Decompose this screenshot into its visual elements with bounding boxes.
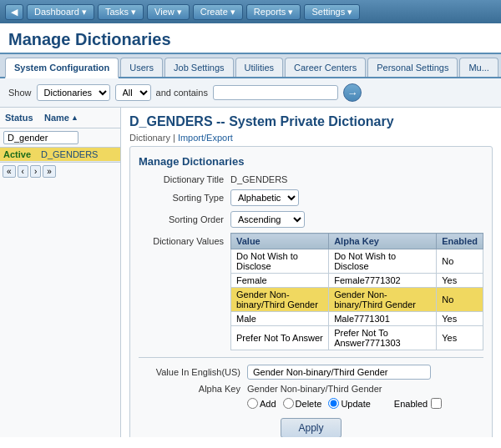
table-row[interactable]: Prefer Not To Answer Prefer Not To Answe…	[231, 326, 483, 350]
col-header-enabled: Enabled	[437, 234, 483, 249]
breadcrumb-import-export[interactable]: Import/Export	[178, 133, 233, 143]
tab-personal-settings[interactable]: Personal Settings	[367, 58, 458, 77]
dict-values-table: Value Alpha Key Enabled Do Not Wish to D…	[230, 233, 483, 350]
page-title: Manage Dictionaries	[0, 23, 501, 54]
dict-values-section: Dictionary Values Value Alpha Key Enable…	[139, 233, 483, 350]
nav-next[interactable]: ›	[30, 165, 41, 178]
filter-bar: Show Dictionaries All All and contains →	[0, 78, 501, 108]
show-select[interactable]: Dictionaries All	[37, 84, 110, 101]
value-english-row: Value In English(US)	[139, 365, 483, 380]
col-header-name: Name ▲	[43, 111, 117, 124]
table-cell-value: Gender Non-binary/Third Gender	[231, 288, 329, 312]
col-header-status: Status	[3, 111, 41, 124]
sorting-type-row: Sorting Type Alphabetic Numeric None	[139, 189, 483, 206]
table-cell-alpha-key: Do Not Wish to Disclose	[329, 249, 437, 274]
and-contains-label: and contains	[156, 88, 208, 98]
nav-first[interactable]: «	[3, 165, 16, 178]
radio-delete[interactable]: Delete	[283, 398, 322, 409]
filter-all-select[interactable]: All	[115, 84, 151, 101]
show-label: Show	[8, 88, 32, 98]
tab-utilities[interactable]: Utilities	[235, 58, 283, 77]
nav-reports[interactable]: Reports ▾	[246, 4, 301, 20]
table-cell-enabled: No	[437, 288, 483, 312]
dict-title-label: Dictionary Title	[139, 174, 230, 184]
tab-career-centers[interactable]: Career Centers	[285, 58, 366, 77]
main-content: Status Name ▲ Active D_GENDERS « ‹ › » D…	[0, 108, 501, 437]
sort-arrow-icon: ▲	[71, 113, 78, 122]
nav-create[interactable]: Create ▾	[193, 4, 243, 20]
table-row[interactable]: Do Not Wish to Disclose Do Not Wish to D…	[231, 249, 483, 274]
table-cell-value: Do Not Wish to Disclose	[231, 249, 329, 274]
tab-job-settings[interactable]: Job Settings	[164, 58, 234, 77]
value-english-label: Value In English(US)	[139, 367, 247, 377]
dict-header: D_GENDERS -- System Private Dictionary D…	[121, 108, 501, 146]
radio-update-label: Update	[341, 399, 370, 409]
table-cell-enabled: Yes	[437, 312, 483, 326]
sorting-order-label: Sorting Order	[139, 214, 230, 224]
dict-breadcrumb: Dictionary | Import/Export	[129, 133, 493, 143]
sorting-type-label: Sorting Type	[139, 193, 230, 203]
radio-add[interactable]: Add	[247, 398, 276, 409]
table-cell-alpha-key: Female7771302	[329, 274, 437, 288]
nav-dashboard[interactable]: Dashboard ▾	[27, 4, 94, 20]
radio-delete-input[interactable]	[283, 398, 294, 409]
radio-add-input[interactable]	[247, 398, 258, 409]
alpha-key-value: Gender Non-binary/Third Gender	[247, 384, 382, 394]
tab-system-configuration[interactable]: System Configuration	[5, 58, 119, 78]
apply-button[interactable]: Apply	[281, 418, 341, 437]
sorting-order-row: Sorting Order Ascending Descending	[139, 211, 483, 228]
table-cell-value: Female	[231, 274, 329, 288]
table-row[interactable]: Male Male7771301 Yes	[231, 312, 483, 326]
top-nav: ◀ Dashboard ▾ Tasks ▾ View ▾ Create ▾ Re…	[0, 0, 501, 23]
table-row[interactable]: Female Female7771302 Yes	[231, 274, 483, 288]
apply-row: Apply	[139, 413, 483, 437]
nav-tasks[interactable]: Tasks ▾	[98, 4, 144, 20]
list-item[interactable]: Active D_GENDERS	[0, 148, 120, 162]
radio-delete-label: Delete	[296, 399, 322, 409]
left-search-input[interactable]	[3, 131, 78, 144]
enabled-section: Enabled	[394, 398, 442, 409]
filter-text-input[interactable]	[213, 85, 338, 100]
radio-update[interactable]: Update	[328, 398, 370, 409]
inner-panel: Manage Dictionaries Dictionary Title D_G…	[129, 146, 493, 437]
enabled-checkbox[interactable]	[431, 398, 442, 409]
radio-add-label: Add	[260, 399, 276, 409]
bottom-form: Value In English(US) Alpha Key Gender No…	[139, 357, 483, 437]
dict-values-label: Dictionary Values	[139, 233, 230, 246]
nav-last[interactable]: »	[43, 165, 56, 178]
table-cell-value: Prefer Not To Answer	[231, 326, 329, 350]
nav-view[interactable]: View ▾	[147, 4, 190, 20]
nav-settings[interactable]: Settings ▾	[304, 4, 360, 20]
left-panel: Status Name ▲ Active D_GENDERS « ‹ › »	[0, 108, 121, 437]
right-panel: D_GENDERS -- System Private Dictionary D…	[121, 108, 501, 437]
sorting-order-select[interactable]: Ascending Descending	[230, 211, 305, 228]
search-go-button[interactable]: →	[343, 83, 362, 102]
radio-update-input[interactable]	[328, 398, 339, 409]
left-search-row	[0, 128, 120, 148]
dict-title-value: D_GENDERS	[230, 174, 287, 184]
col-header-value: Value	[231, 234, 329, 249]
table-cell-enabled: Yes	[437, 274, 483, 288]
tab-users[interactable]: Users	[120, 58, 163, 77]
alpha-key-row: Alpha Key Gender Non-binary/Third Gender	[139, 384, 483, 394]
tab-more[interactable]: Mu...	[459, 58, 498, 77]
inner-panel-title: Manage Dictionaries	[139, 155, 483, 168]
alpha-key-label: Alpha Key	[139, 384, 247, 394]
table-cell-value: Male	[231, 312, 329, 326]
left-panel-header: Status Name ▲	[0, 108, 120, 128]
breadcrumb-dictionary: Dictionary	[129, 133, 170, 143]
nav-prev[interactable]: ‹	[18, 165, 28, 178]
table-cell-alpha-key: Male7771301	[329, 312, 437, 326]
tabs-bar: System Configuration Users Job Settings …	[0, 54, 501, 78]
col-header-alpha-key: Alpha Key	[329, 234, 437, 249]
dict-title: D_GENDERS -- System Private Dictionary	[129, 114, 493, 129]
table-row[interactable]: Gender Non-binary/Third Gender Gender No…	[231, 288, 483, 312]
list-status: Active	[3, 149, 41, 159]
enabled-label: Enabled	[394, 399, 428, 409]
nav-controls: « ‹ › »	[0, 162, 120, 180]
value-english-input[interactable]	[247, 365, 431, 380]
sorting-type-select[interactable]: Alphabetic Numeric None	[230, 189, 299, 206]
table-cell-alpha-key: Prefer Not To Answer7771303	[329, 326, 437, 350]
radio-group: Add Delete Update Enabled	[247, 398, 442, 409]
back-button[interactable]: ◀	[5, 4, 23, 20]
